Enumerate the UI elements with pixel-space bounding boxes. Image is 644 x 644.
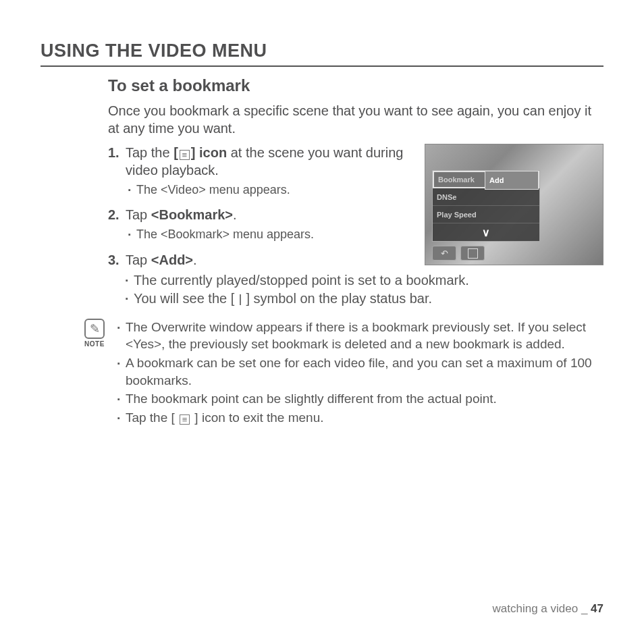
- page-number: 47: [591, 602, 603, 615]
- step-text: .: [233, 207, 237, 222]
- note-label: NOTE: [84, 340, 105, 348]
- step-text: [: [173, 145, 178, 160]
- step-number: 3.: [108, 251, 126, 269]
- page-footer: watching a video _ 47: [493, 602, 603, 616]
- menu-icon: [180, 414, 190, 425]
- step-sub-text: The currently played/stopped point is se…: [134, 271, 469, 290]
- step-3-sub: The currently played/stopped point is se…: [108, 271, 603, 308]
- step-number: 2.: [108, 206, 126, 248]
- menu-scroll-down[interactable]: ∨: [433, 223, 539, 241]
- step-2: 2. Tap <Bookmark>. The <Bookmark> menu a…: [108, 206, 411, 248]
- intro-text: Once you bookmark a specific scene that …: [108, 102, 603, 137]
- note-item: The bookmark point can be slightly diffe…: [117, 390, 603, 408]
- menu-icon: [468, 248, 478, 259]
- back-button[interactable]: ↶: [432, 246, 456, 261]
- step-text: <Bookmark>: [151, 207, 233, 222]
- menu-item-dnse[interactable]: DNSe: [433, 188, 539, 206]
- page-heading: USING THE VIDEO MENU: [41, 41, 603, 67]
- step-text: .: [193, 252, 197, 267]
- step-3: 3. Tap <Add>.: [108, 251, 411, 269]
- video-menu-overlay: Bookmark Add DNSe Play Speed ∨: [432, 170, 540, 242]
- back-icon: ↶: [441, 248, 448, 259]
- bookmark-marker-icon: [240, 294, 241, 305]
- menu-item-bookmark[interactable]: Bookmark Add: [433, 171, 539, 188]
- step-1: 1. Tap the [] icon at the scene you want…: [108, 144, 411, 203]
- note-item: Tap the [ ] icon to exit the menu.: [117, 409, 603, 427]
- note-item: The Overwrite window appears if there is…: [117, 319, 603, 353]
- step-text: Tap: [126, 207, 151, 222]
- submenu-add[interactable]: Add: [485, 171, 539, 190]
- note-block: ✎ NOTE The Overwrite window appears if t…: [108, 319, 603, 428]
- menu-icon: [180, 150, 190, 160]
- device-screenshot: Bookmark Add DNSe Play Speed ∨ ↶: [425, 144, 603, 265]
- chevron-down-icon: ∨: [482, 226, 490, 239]
- step-text: Tap: [126, 252, 151, 267]
- menu-item-play-speed[interactable]: Play Speed: [433, 206, 539, 223]
- step-text: Tap the: [126, 145, 173, 160]
- step-sub-text: ] symbol on the play status bar.: [242, 291, 432, 306]
- note-item: A bookmark can be set one for each video…: [117, 354, 603, 389]
- step-number: 1.: [108, 144, 126, 203]
- footer-section: watching a video _: [493, 602, 591, 615]
- note-icon: ✎: [84, 319, 105, 339]
- step-sub-text: You will see the [: [134, 291, 238, 306]
- step-text: <Add>: [151, 252, 193, 267]
- section-heading: To set a bookmark: [108, 76, 603, 95]
- step-sub: The <Video> menu appears.: [128, 182, 411, 198]
- menu-button[interactable]: [460, 246, 485, 261]
- step-sub: The <Bookmark> menu appears.: [128, 226, 411, 242]
- steps-list: 1. Tap the [] icon at the scene you want…: [108, 144, 411, 271]
- step-text: ] icon: [191, 145, 227, 160]
